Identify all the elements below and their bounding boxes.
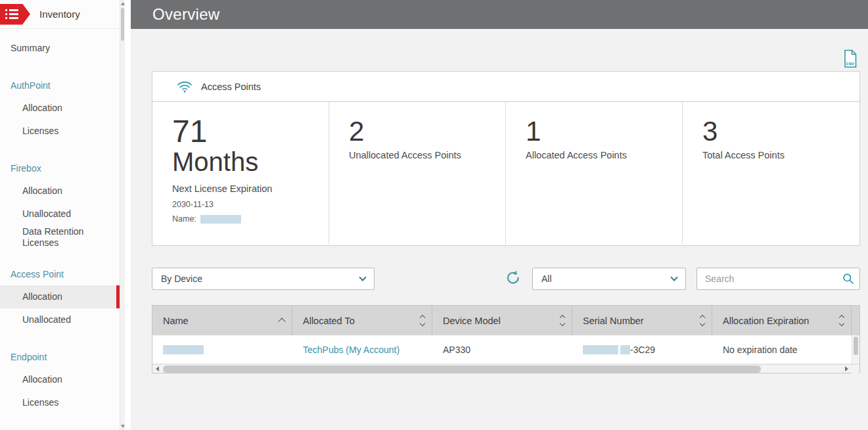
cell-allocation-expiration: No expiration date xyxy=(712,335,852,364)
sidebar-scrollbar[interactable] xyxy=(120,0,125,430)
stat-label: Next License Expiration xyxy=(172,183,317,194)
refresh-button[interactable] xyxy=(505,270,522,287)
sidebar-item-authpoint-licenses[interactable]: Licenses xyxy=(0,120,120,143)
app-root: Inventory Summary AuthPoint Allocation L… xyxy=(0,0,868,430)
stat-label: Total Access Points xyxy=(702,150,848,160)
stat-license-name: Name: xyxy=(172,214,317,224)
column-header-name[interactable]: Name xyxy=(152,306,292,335)
group-by-select[interactable]: By Device xyxy=(152,268,375,290)
redacted-text xyxy=(163,345,204,354)
stat-value: 71 xyxy=(172,116,317,147)
scroll-down-icon[interactable] xyxy=(121,425,124,428)
scroll-right-icon[interactable] xyxy=(842,365,852,373)
sidebar-scrollbar-thumb[interactable] xyxy=(121,8,124,41)
horizontal-scrollbar-thumb[interactable] xyxy=(163,366,761,373)
sidebar-item-endpoint-licenses[interactable]: Licenses xyxy=(0,391,120,414)
sidebar-section-access-point: Access Point xyxy=(0,262,120,285)
search-icon xyxy=(842,273,854,287)
wifi-icon xyxy=(177,80,193,93)
chevron-down-icon xyxy=(670,274,677,281)
scrollbar-corner xyxy=(852,365,859,373)
sidebar-item-access-point-allocation[interactable]: Allocation xyxy=(0,285,120,308)
cell-name xyxy=(152,335,292,364)
main-content: csv Access Points 71 Months Next License… xyxy=(131,29,868,430)
stat-panel-allocated: 1 Allocated Access Points xyxy=(506,102,683,245)
sidebar-item-firebox-data-retention-licenses[interactable]: Data Retention Licenses xyxy=(0,226,120,249)
stat-panel-next-license-expiration: 71 Months Next License Expiration 2030-1… xyxy=(152,102,329,245)
sidebar-item-summary[interactable]: Summary xyxy=(0,37,120,60)
column-header-device-model[interactable]: Device Model xyxy=(432,306,572,335)
sidebar-header: Inventory xyxy=(0,0,120,29)
sidebar-item-authpoint-allocation[interactable]: Allocation xyxy=(0,97,120,120)
svg-text:csv: csv xyxy=(846,60,855,66)
scroll-left-icon[interactable] xyxy=(152,365,162,373)
sidebar-section-firebox: Firebox xyxy=(0,156,120,179)
sort-both-icon xyxy=(560,316,564,325)
group-by-value: By Device xyxy=(161,274,202,284)
name-label: Name: xyxy=(172,214,196,224)
table-row[interactable]: TechPubs (My Account) AP330 -3C29 No exp… xyxy=(152,335,859,364)
chevron-down-icon xyxy=(359,274,366,281)
search-input[interactable] xyxy=(697,268,860,290)
stat-unit: Months xyxy=(172,147,317,176)
header-spacer xyxy=(852,306,859,335)
scope-filter-select[interactable]: All xyxy=(532,268,686,290)
inventory-list-icon xyxy=(0,4,30,25)
sidebar: Inventory Summary AuthPoint Allocation L… xyxy=(0,0,125,430)
export-csv-button[interactable]: csv xyxy=(842,49,858,68)
redacted-text xyxy=(620,345,630,354)
stat-value: 2 xyxy=(349,118,493,145)
csv-file-icon: csv xyxy=(842,49,858,68)
sidebar-nav: Summary AuthPoint Allocation Licenses Fi… xyxy=(0,29,120,414)
sidebar-item-firebox-allocation[interactable]: Allocation xyxy=(0,179,120,203)
refresh-icon xyxy=(505,270,522,287)
scope-filter-value: All xyxy=(541,274,552,284)
sort-both-icon xyxy=(840,316,844,325)
stat-expiration-date: 2030-11-13 xyxy=(172,200,317,209)
redacted-text xyxy=(583,345,618,354)
sidebar-title: Inventory xyxy=(39,9,80,20)
sidebar-item-endpoint-allocation[interactable]: Allocation xyxy=(0,368,120,391)
redacted-text xyxy=(200,215,241,224)
stat-panel-total: 3 Total Access Points xyxy=(683,102,859,245)
column-header-serial-number[interactable]: Serial Number xyxy=(572,306,712,335)
vertical-scrollbar-thumb[interactable] xyxy=(854,337,858,355)
page-header: Overview xyxy=(131,0,868,29)
scroll-up-icon[interactable] xyxy=(121,2,124,5)
sidebar-item-firebox-unallocated[interactable]: Unallocated xyxy=(0,203,120,226)
cell-device-model: AP330 xyxy=(432,335,572,364)
access-points-table: Name Allocated To Device Model Serial Nu… xyxy=(152,305,860,373)
table-header-row: Name Allocated To Device Model Serial Nu… xyxy=(152,306,859,335)
stat-value: 3 xyxy=(702,118,848,145)
column-header-allocated-to[interactable]: Allocated To xyxy=(292,306,432,335)
sort-both-icon xyxy=(700,316,704,325)
card-title: Access Points xyxy=(201,82,261,92)
sidebar-item-access-point-unallocated[interactable]: Unallocated xyxy=(0,308,120,331)
stat-value: 1 xyxy=(526,118,670,145)
sort-asc-icon xyxy=(279,317,285,324)
serial-suffix: -3C29 xyxy=(630,345,655,355)
sidebar-section-endpoint: Endpoint xyxy=(0,345,120,368)
sort-both-icon xyxy=(421,316,424,325)
stat-label: Unallocated Access Points xyxy=(349,150,493,160)
cell-serial-number: -3C29 xyxy=(572,335,712,364)
search-box xyxy=(697,268,860,290)
table-horizontal-scrollbar[interactable] xyxy=(152,364,859,373)
column-header-allocation-expiration[interactable]: Allocation Expiration xyxy=(712,306,852,335)
allocated-to-link[interactable]: TechPubs (My Account) xyxy=(303,345,400,355)
access-points-summary-card: Access Points 71 Months Next License Exp… xyxy=(152,71,860,246)
card-header: Access Points xyxy=(152,72,859,102)
table-vertical-scrollbar[interactable] xyxy=(852,335,859,364)
stat-label: Allocated Access Points xyxy=(526,150,670,160)
page-title: Overview xyxy=(152,5,219,24)
cell-allocated-to: TechPubs (My Account) xyxy=(292,335,432,364)
stat-panel-unallocated: 2 Unallocated Access Points xyxy=(329,102,506,245)
horizontal-scrollbar-track[interactable] xyxy=(162,365,842,373)
sidebar-section-authpoint: AuthPoint xyxy=(0,74,120,97)
stats-panels: 71 Months Next License Expiration 2030-1… xyxy=(152,102,859,245)
